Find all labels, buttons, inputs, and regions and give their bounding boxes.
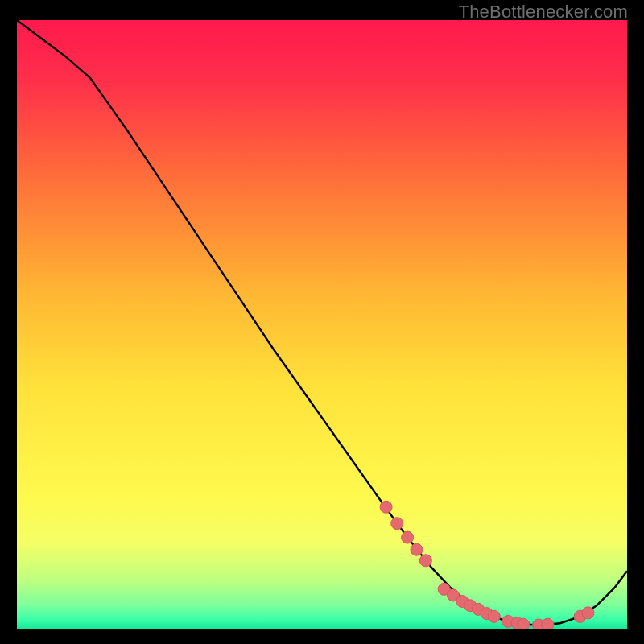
marker-dot	[402, 531, 414, 543]
marker-dot	[411, 543, 423, 555]
marker-dot	[419, 555, 431, 567]
chart-frame	[17, 20, 627, 629]
heat-gradient	[17, 20, 627, 629]
chart-plot	[17, 20, 627, 629]
chart-stage: TheBottlenecker.com	[0, 0, 644, 644]
watermark-text: TheBottlenecker.com	[459, 2, 628, 23]
marker-dot	[518, 618, 530, 629]
marker-dot	[582, 607, 594, 619]
marker-dot	[488, 610, 500, 622]
marker-dot	[542, 618, 554, 629]
marker-dot	[391, 518, 403, 530]
marker-dot	[380, 501, 392, 513]
